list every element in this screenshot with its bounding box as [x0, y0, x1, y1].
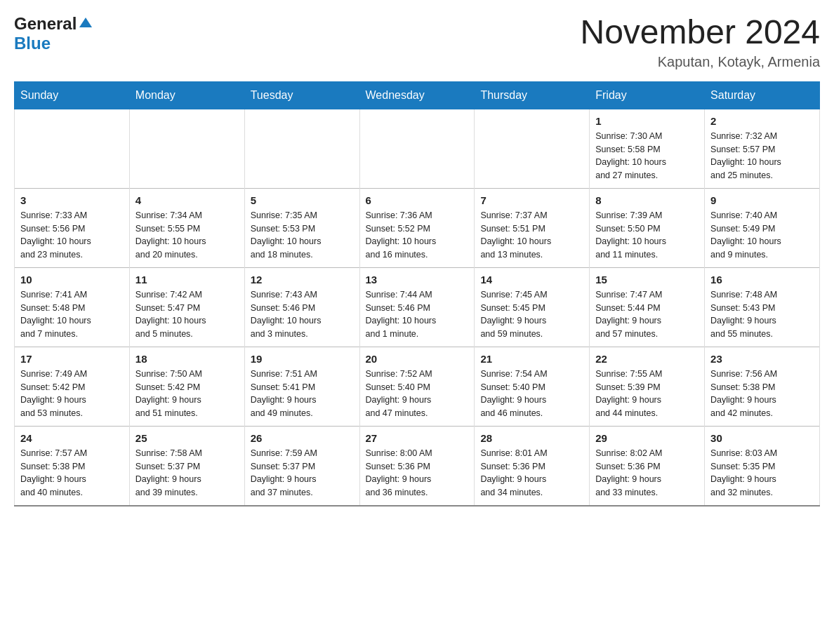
header-sunday: Sunday [15, 81, 130, 109]
title-area: November 2024 Kaputan, Kotayk, Armenia [580, 14, 820, 70]
calendar-cell: 10Sunrise: 7:41 AM Sunset: 5:48 PM Dayli… [15, 267, 130, 347]
day-info: Sunrise: 7:49 AM Sunset: 5:42 PM Dayligh… [20, 368, 124, 420]
day-number: 11 [135, 274, 239, 286]
day-number: 25 [135, 432, 239, 444]
calendar-cell: 4Sunrise: 7:34 AM Sunset: 5:55 PM Daylig… [129, 188, 244, 267]
calendar-cell: 6Sunrise: 7:36 AM Sunset: 5:52 PM Daylig… [359, 188, 475, 267]
day-info: Sunrise: 7:50 AM Sunset: 5:42 PM Dayligh… [135, 368, 239, 420]
day-info: Sunrise: 7:32 AM Sunset: 5:57 PM Dayligh… [710, 130, 814, 182]
calendar-cell: 21Sunrise: 7:54 AM Sunset: 5:40 PM Dayli… [475, 347, 590, 426]
day-info: Sunrise: 7:45 AM Sunset: 5:45 PM Dayligh… [480, 288, 583, 341]
day-number: 4 [135, 194, 239, 206]
day-number: 15 [595, 274, 699, 286]
day-info: Sunrise: 7:37 AM Sunset: 5:51 PM Dayligh… [480, 209, 583, 262]
day-number: 5 [251, 194, 354, 206]
day-info: Sunrise: 7:35 AM Sunset: 5:53 PM Dayligh… [251, 209, 354, 262]
month-title: November 2024 [580, 14, 820, 51]
day-number: 22 [595, 353, 699, 365]
calendar-cell [359, 109, 475, 188]
logo-general-text: General [14, 14, 77, 34]
calendar-cell: 18Sunrise: 7:50 AM Sunset: 5:42 PM Dayli… [129, 347, 244, 426]
day-info: Sunrise: 7:39 AM Sunset: 5:50 PM Dayligh… [595, 209, 699, 262]
logo-blue-text: Blue [14, 34, 51, 53]
day-number: 26 [251, 432, 354, 444]
calendar-week-row: 17Sunrise: 7:49 AM Sunset: 5:42 PM Dayli… [15, 347, 820, 426]
day-number: 21 [480, 353, 583, 365]
calendar-cell: 5Sunrise: 7:35 AM Sunset: 5:53 PM Daylig… [244, 188, 359, 267]
calendar-cell: 19Sunrise: 7:51 AM Sunset: 5:41 PM Dayli… [244, 347, 359, 426]
day-info: Sunrise: 7:54 AM Sunset: 5:40 PM Dayligh… [480, 368, 583, 420]
day-info: Sunrise: 7:36 AM Sunset: 5:52 PM Dayligh… [366, 209, 469, 262]
day-info: Sunrise: 7:44 AM Sunset: 5:46 PM Dayligh… [366, 288, 469, 341]
header-friday: Friday [590, 81, 705, 109]
calendar-cell: 26Sunrise: 7:59 AM Sunset: 5:37 PM Dayli… [244, 426, 359, 506]
day-number: 23 [710, 353, 814, 365]
day-number: 29 [595, 432, 699, 444]
day-number: 13 [366, 274, 469, 286]
day-number: 19 [251, 353, 354, 365]
calendar-week-row: 1Sunrise: 7:30 AM Sunset: 5:58 PM Daylig… [15, 109, 820, 188]
calendar-cell: 12Sunrise: 7:43 AM Sunset: 5:46 PM Dayli… [244, 267, 359, 347]
day-info: Sunrise: 7:57 AM Sunset: 5:38 PM Dayligh… [20, 447, 124, 499]
day-number: 12 [251, 274, 354, 286]
day-info: Sunrise: 8:01 AM Sunset: 5:36 PM Dayligh… [480, 447, 583, 499]
calendar-cell: 8Sunrise: 7:39 AM Sunset: 5:50 PM Daylig… [590, 188, 705, 267]
calendar-cell: 22Sunrise: 7:55 AM Sunset: 5:39 PM Dayli… [590, 347, 705, 426]
calendar-header-row: SundayMondayTuesdayWednesdayThursdayFrid… [15, 81, 820, 109]
day-info: Sunrise: 8:00 AM Sunset: 5:36 PM Dayligh… [366, 447, 469, 499]
day-number: 1 [595, 115, 699, 127]
day-number: 3 [20, 194, 124, 206]
day-info: Sunrise: 7:34 AM Sunset: 5:55 PM Dayligh… [135, 209, 239, 262]
day-number: 10 [20, 274, 124, 286]
day-info: Sunrise: 7:48 AM Sunset: 5:43 PM Dayligh… [710, 288, 814, 341]
day-info: Sunrise: 7:58 AM Sunset: 5:37 PM Dayligh… [135, 447, 239, 499]
day-info: Sunrise: 7:52 AM Sunset: 5:40 PM Dayligh… [366, 368, 469, 420]
svg-marker-0 [79, 18, 92, 27]
calendar-cell: 27Sunrise: 8:00 AM Sunset: 5:36 PM Dayli… [359, 426, 475, 506]
page-header: General Blue November 2024 Kaputan, Kota… [14, 14, 820, 70]
calendar-table: SundayMondayTuesdayWednesdayThursdayFrid… [14, 81, 820, 507]
day-info: Sunrise: 7:51 AM Sunset: 5:41 PM Dayligh… [251, 368, 354, 420]
calendar-cell: 16Sunrise: 7:48 AM Sunset: 5:43 PM Dayli… [705, 267, 820, 347]
calendar-cell: 30Sunrise: 8:03 AM Sunset: 5:35 PM Dayli… [705, 426, 820, 506]
calendar-week-row: 10Sunrise: 7:41 AM Sunset: 5:48 PM Dayli… [15, 267, 820, 347]
location-text: Kaputan, Kotayk, Armenia [580, 54, 820, 70]
header-saturday: Saturday [705, 81, 820, 109]
day-info: Sunrise: 7:42 AM Sunset: 5:47 PM Dayligh… [135, 288, 239, 341]
calendar-cell: 11Sunrise: 7:42 AM Sunset: 5:47 PM Dayli… [129, 267, 244, 347]
day-number: 2 [710, 115, 814, 127]
calendar-week-row: 3Sunrise: 7:33 AM Sunset: 5:56 PM Daylig… [15, 188, 820, 267]
day-number: 17 [20, 353, 124, 365]
day-number: 28 [480, 432, 583, 444]
calendar-cell: 3Sunrise: 7:33 AM Sunset: 5:56 PM Daylig… [15, 188, 130, 267]
day-number: 24 [20, 432, 124, 444]
day-number: 27 [366, 432, 469, 444]
calendar-cell: 2Sunrise: 7:32 AM Sunset: 5:57 PM Daylig… [705, 109, 820, 188]
day-number: 18 [135, 353, 239, 365]
day-number: 20 [366, 353, 469, 365]
calendar-cell [475, 109, 590, 188]
day-number: 6 [366, 194, 469, 206]
day-info: Sunrise: 7:47 AM Sunset: 5:44 PM Dayligh… [595, 288, 699, 341]
calendar-cell: 14Sunrise: 7:45 AM Sunset: 5:45 PM Dayli… [475, 267, 590, 347]
calendar-cell: 17Sunrise: 7:49 AM Sunset: 5:42 PM Dayli… [15, 347, 130, 426]
day-number: 16 [710, 274, 814, 286]
calendar-cell: 28Sunrise: 8:01 AM Sunset: 5:36 PM Dayli… [475, 426, 590, 506]
calendar-cell: 24Sunrise: 7:57 AM Sunset: 5:38 PM Dayli… [15, 426, 130, 506]
day-info: Sunrise: 7:43 AM Sunset: 5:46 PM Dayligh… [251, 288, 354, 341]
day-info: Sunrise: 8:02 AM Sunset: 5:36 PM Dayligh… [595, 447, 699, 499]
calendar-cell [15, 109, 130, 188]
calendar-cell: 1Sunrise: 7:30 AM Sunset: 5:58 PM Daylig… [590, 109, 705, 188]
header-monday: Monday [129, 81, 244, 109]
calendar-cell [129, 109, 244, 188]
calendar-cell: 15Sunrise: 7:47 AM Sunset: 5:44 PM Dayli… [590, 267, 705, 347]
day-info: Sunrise: 8:03 AM Sunset: 5:35 PM Dayligh… [710, 447, 814, 499]
day-info: Sunrise: 7:33 AM Sunset: 5:56 PM Dayligh… [20, 209, 124, 262]
calendar-week-row: 24Sunrise: 7:57 AM Sunset: 5:38 PM Dayli… [15, 426, 820, 506]
day-info: Sunrise: 7:56 AM Sunset: 5:38 PM Dayligh… [710, 368, 814, 420]
calendar-cell: 13Sunrise: 7:44 AM Sunset: 5:46 PM Dayli… [359, 267, 475, 347]
day-number: 30 [710, 432, 814, 444]
calendar-cell: 29Sunrise: 8:02 AM Sunset: 5:36 PM Dayli… [590, 426, 705, 506]
logo-arrow-icon [78, 15, 93, 33]
day-number: 9 [710, 194, 814, 206]
